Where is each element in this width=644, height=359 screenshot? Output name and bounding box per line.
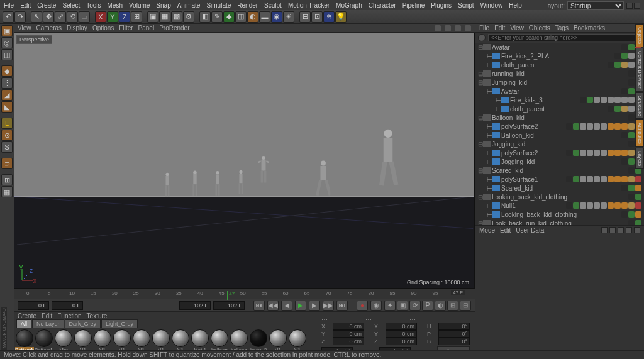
tag-icon[interactable] <box>621 202 628 209</box>
menu-volume[interactable]: Volume <box>129 2 150 9</box>
menu-snap[interactable]: Snap <box>156 2 170 9</box>
tag-icon[interactable] <box>628 106 635 112</box>
vp-view-menu[interactable]: View <box>18 25 31 31</box>
autokey-button[interactable]: ◉ <box>370 301 382 311</box>
playhead[interactable] <box>227 291 228 300</box>
obj-bookmarks-menu[interactable]: Bookmarks <box>574 25 605 31</box>
tag-icon[interactable] <box>628 53 635 59</box>
tree-toggle-icon[interactable]: ⊢ <box>475 62 492 69</box>
object-row[interactable]: ⊟ Look_back_run_kid_clothing <box>475 219 644 225</box>
tag-icon[interactable] <box>628 176 635 182</box>
attr-userdata-menu[interactable]: User Data <box>516 227 544 234</box>
workplane-button[interactable]: ◫ <box>1 49 13 60</box>
tag-icon[interactable] <box>608 150 614 156</box>
vp-options-menu[interactable]: Options <box>92 25 114 31</box>
tree-toggle-icon[interactable]: ⊟ <box>475 70 483 77</box>
object-row[interactable]: ⊟ Jogging_kid <box>475 140 644 148</box>
vp-nav1-icon[interactable] <box>435 25 441 31</box>
object-row[interactable]: ⊢ Fire_kids_3 <box>475 96 644 104</box>
edge-mode-button[interactable]: ◢ <box>1 89 13 101</box>
vp-nav2-icon[interactable] <box>445 25 451 31</box>
snap-button[interactable]: S <box>1 141 13 153</box>
tag-icon[interactable] <box>580 123 586 130</box>
tag-icon[interactable] <box>594 202 600 209</box>
key-opts-button[interactable]: ⊞ <box>447 301 458 311</box>
frame-prev-input[interactable] <box>52 301 83 310</box>
tag-icon[interactable] <box>566 202 572 209</box>
object-row[interactable]: ⊟ Looking_back_kid_clothing <box>475 192 644 201</box>
mat-tab-no-layer[interactable]: No Layer <box>32 319 64 328</box>
tag-icon[interactable] <box>614 202 621 209</box>
tag-icon[interactable] <box>608 62 614 68</box>
menu-edit[interactable]: Edit <box>20 2 31 9</box>
menu-window[interactable]: Window <box>480 2 503 9</box>
vp-nav3-icon[interactable] <box>455 25 461 31</box>
camera-button[interactable]: ◉ <box>271 11 282 23</box>
next-frame-button[interactable]: ▶ <box>309 301 320 311</box>
extrude-button[interactable]: ◫ <box>235 11 247 23</box>
vp-nav4-icon[interactable] <box>465 25 471 31</box>
pen-button[interactable]: ✎ <box>211 11 223 23</box>
vp-panel-menu[interactable]: Panel <box>138 25 155 31</box>
object-search-input[interactable] <box>488 34 641 41</box>
key-param-button[interactable]: P <box>422 301 433 311</box>
tag-icon[interactable] <box>614 150 621 156</box>
cube-button[interactable]: ◧ <box>199 11 211 23</box>
timeline[interactable]: 0510152025303540455055606570758085909510… <box>14 289 475 299</box>
goto-start-button[interactable]: ⏮ <box>253 301 265 311</box>
tag-icon[interactable] <box>601 150 607 156</box>
tag-icon[interactable] <box>580 150 586 156</box>
tag-icon[interactable] <box>628 220 635 225</box>
tree-toggle-icon[interactable]: ⊟ <box>475 167 483 174</box>
tag-icon[interactable] <box>608 176 614 182</box>
coord-input[interactable] <box>386 338 417 345</box>
tree-toggle-icon[interactable]: ⊢ <box>475 97 501 104</box>
tag-icon[interactable] <box>635 220 641 225</box>
mat-texture-menu[interactable]: Texture <box>87 312 108 319</box>
redo-button[interactable]: ↷ <box>14 11 26 23</box>
menu-file[interactable]: File <box>4 2 14 9</box>
magnet-button[interactable]: ⊃ <box>1 158 13 169</box>
tag-icon[interactable] <box>621 97 628 103</box>
object-row[interactable]: ⊢ Jogging_kid <box>475 157 644 166</box>
object-row[interactable]: ⊢ Looking_back_kid_clothing <box>475 210 644 219</box>
attr-edit-menu[interactable]: Edit <box>500 227 511 234</box>
tag-icon[interactable] <box>608 106 614 112</box>
menu-script[interactable]: Script <box>458 2 474 9</box>
tag-icon[interactable] <box>628 211 635 218</box>
tag-icon[interactable] <box>573 150 579 156</box>
tag-icon[interactable] <box>621 62 628 68</box>
obj-objects-menu[interactable]: Objects <box>529 25 550 31</box>
vp-filter-menu[interactable]: Filter <box>119 25 133 31</box>
tag-icon[interactable] <box>580 97 586 103</box>
side-tab-layers[interactable]: Layers <box>635 148 644 169</box>
last-tool-button[interactable]: ▭ <box>79 11 90 23</box>
grid-button[interactable]: ⊞ <box>1 174 13 185</box>
coord-input[interactable] <box>333 338 364 345</box>
axis-button[interactable]: L <box>1 118 13 129</box>
play-button[interactable]: ▶ <box>295 301 306 311</box>
coord-input[interactable] <box>333 323 364 330</box>
tag-icon[interactable] <box>628 114 635 121</box>
menu-simulate[interactable]: Simulate <box>206 2 231 9</box>
side-tab-content-browser[interactable]: Content Browser <box>635 48 644 92</box>
attr-prev-icon[interactable] <box>601 227 608 233</box>
tree-toggle-icon[interactable]: ⊢ <box>475 185 492 192</box>
tag-icon[interactable] <box>628 150 635 156</box>
viewport-solo-button[interactable]: ⊙ <box>1 130 13 141</box>
tag-icon[interactable] <box>628 79 635 86</box>
point-mode-button[interactable]: ⋮ <box>1 77 13 89</box>
tree-toggle-icon[interactable]: ⊢ <box>475 132 492 139</box>
tag-icon[interactable] <box>635 185 641 191</box>
attr-up-icon[interactable] <box>609 227 616 233</box>
tag-icon[interactable] <box>621 44 628 50</box>
search-icon[interactable] <box>478 34 486 41</box>
attr-mode-menu[interactable]: Mode <box>479 227 495 234</box>
object-tree[interactable]: ⊟ Avatar⊢ Fire_kids_2_PLA⊢ cloth_parent⊟… <box>475 43 644 225</box>
move-button[interactable]: ✥ <box>43 11 54 23</box>
goto-end-button[interactable]: ⏭ <box>336 301 348 311</box>
live-select-button[interactable]: ↖ <box>31 11 42 23</box>
tag-icon[interactable] <box>587 202 593 209</box>
tag-icon[interactable] <box>628 70 635 77</box>
key-rot-button[interactable]: ⟳ <box>409 301 421 311</box>
